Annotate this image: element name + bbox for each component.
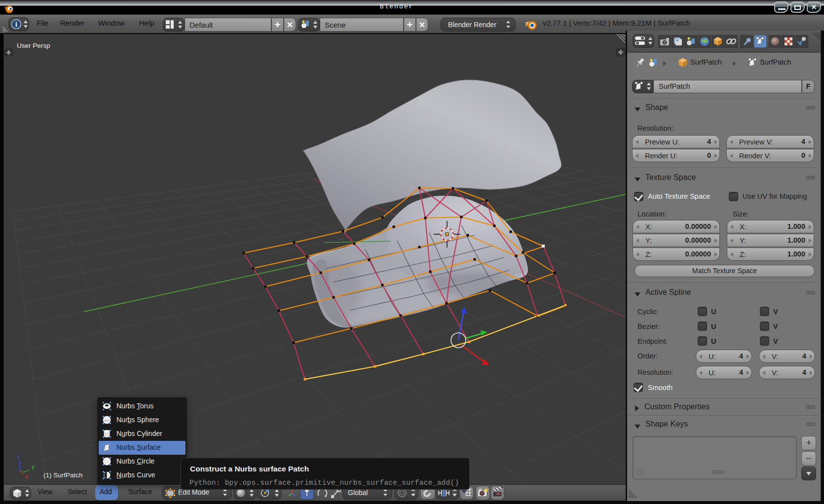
- svg-text:User Persp: User Persp: [17, 42, 50, 49]
- svg-text:z: z: [17, 454, 20, 460]
- svg-text:y: y: [32, 464, 35, 469]
- svg-text:(1) SurfPatch: (1) SurfPatch: [43, 471, 83, 479]
- svg-text:i: i: [15, 21, 17, 28]
- svg-text:x: x: [25, 473, 29, 479]
